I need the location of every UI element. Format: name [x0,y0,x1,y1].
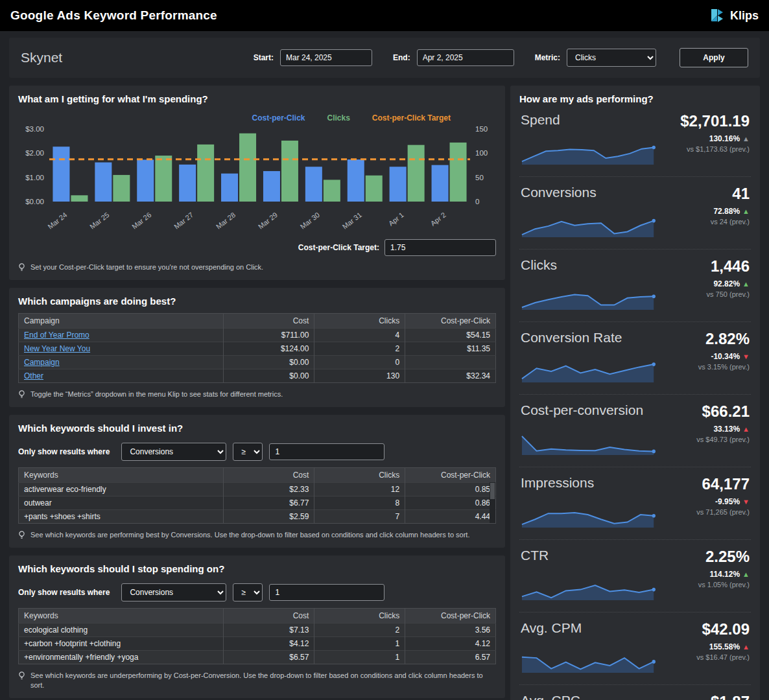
table-cell: $711.00 [224,329,314,342]
metric-change: 155.58% [664,642,750,651]
bar-clicks [324,180,340,202]
metric-change-block: 130.16%vs $1,173.63 (prev.) [664,134,750,168]
metric-card-clicks: Clicks1,44692.82%vs 750 (prev.) [519,250,751,322]
table-cell: New Year New You [19,342,224,356]
invest-filter-row: Only show results where Conversions ≥ [18,443,496,461]
x-axis-label: Mar 28 [215,211,237,231]
column-header-cost-per-click[interactable]: Cost-per-Click [405,609,496,624]
metric-sparkline [521,208,657,240]
keywords-invest-panel: Which keywords should I invest in? Only … [9,415,505,548]
column-header-campaign[interactable]: Campaign [19,314,224,329]
metric-change: 33.13% [664,425,750,434]
bar-clicks [281,141,298,202]
invest-keywords-table: KeywordsCostClicksCost-per-Clickactiverw… [18,467,496,524]
column-header-clicks[interactable]: Clicks [314,468,405,483]
column-header-cost-per-click[interactable]: Cost-per-Click [405,468,496,483]
bar-clicks [366,176,383,202]
data-table: KeywordsCostClicksCost-per-Clickactiverw… [18,467,496,524]
metric-change-block: -10.34%vs 3.15% (prev.) [664,352,750,386]
column-header-cost[interactable]: Cost [224,468,314,483]
column-header-clicks[interactable]: Clicks [314,314,405,329]
metric-label: Metric: [535,53,560,62]
column-header-cost-per-click[interactable]: Cost-per-Click [405,314,496,329]
lightbulb-icon [18,671,25,681]
end-date-input[interactable] [417,49,514,66]
stop-filter-field-select[interactable]: Conversions [121,583,226,601]
metric-card-avg-cpm: Avg. CPM$42.09155.58%vs $16.47 (prev.) [519,612,751,685]
table-cell: 0 [314,356,405,369]
bar-clicks [450,143,467,202]
stop-filter-operator-select[interactable]: ≥ [233,583,263,601]
metric-sparkline [521,281,657,313]
bar-clicks [408,145,425,202]
metric-value: 1,446 [664,257,750,275]
target-row: Cost-per-Click Target: [18,239,496,256]
table-cell: 4.44 [405,510,496,524]
table-row: activerwear eco-friendly$2.33120.85 [19,483,496,496]
metric-name: CTR [521,548,657,563]
x-axis-label: Mar 26 [130,211,152,231]
invest-filter-value-input[interactable] [269,443,384,460]
bar-clicks [71,195,88,202]
campaign-link[interactable]: Other [24,371,43,380]
invest-title: Which keywords should I invest in? [18,423,496,434]
legend-cost-per-click-target[interactable]: Cost-per-Click Target [372,113,451,122]
metric-sparkline [521,426,657,458]
campaign-link[interactable]: End of Year Promo [24,331,89,340]
table-cell: 4 [314,329,405,342]
invest-filter-operator-select[interactable]: ≥ [233,443,263,461]
metric-previous: vs $16.47 (prev.) [664,653,750,661]
stop-filter-value-input[interactable] [269,584,384,601]
metric-value: $42.09 [664,620,750,638]
table-cell [405,356,496,369]
metric-change: -9.95% [664,497,750,506]
metric-value: $66.21 [664,402,750,421]
metric-previous: vs $1,173.63 (prev.) [664,145,750,153]
metric-previous: vs $49.73 (prev.) [664,436,750,443]
legend-clicks[interactable]: Clicks [327,113,350,122]
legend-cost-per-click[interactable]: Cost-per-Click [252,113,305,122]
bar-cost-per-click [305,167,322,202]
bar-cost-per-click [95,163,112,202]
column-header-cost[interactable]: Cost [224,609,314,624]
metric-change-block: 33.13%vs $49.73 (prev.) [664,425,750,458]
apply-button[interactable]: Apply [680,48,748,67]
performance-panel: How are my ads performing? Spend$2,701.1… [510,86,760,700]
campaign-link[interactable]: Campaign [24,358,60,367]
right-column: How are my ads performing? Spend$2,701.1… [510,86,760,700]
column-header-cost[interactable]: Cost [224,314,314,329]
metric-select[interactable]: Clicks [567,49,656,67]
metric-previous: vs 1.05% (prev.) [664,581,750,589]
y-right-tick: 50 [475,174,484,181]
campaign-link[interactable]: New Year New You [24,344,90,353]
invest-filter-field-select[interactable]: Conversions [121,443,226,461]
table-row: +carbon +footprint +clothing$4.1214.12 [19,637,496,651]
bar-cost-per-click [179,165,196,202]
scrollbar-thumb[interactable] [490,483,495,499]
campaigns-table: CampaignCostClicksCost-per-ClickEnd of Y… [18,313,496,383]
column-header-keywords[interactable]: Keywords [19,609,224,624]
lightbulb-icon [18,390,25,399]
column-header-keywords[interactable]: Keywords [19,468,224,483]
table-cell: $7.13 [224,624,314,637]
spending-tip-text: Set your Cost-per-Click target to ensure… [30,262,263,272]
metric-card-avg-cpc: Avg. CPC$1.8719.36%vs $1.57 (prev.) [519,685,751,700]
metric-previous: vs 71,265 (prev.) [664,508,750,516]
table-cell: 12 [314,483,405,496]
metric-previous: vs 24 (prev.) [664,218,750,226]
table-cell: $2.33 [224,483,314,496]
table-scrollbar[interactable] [490,482,495,523]
start-date-input[interactable] [280,49,372,66]
y-left-tick: $2.00 [25,149,44,157]
y-right-tick: 150 [475,125,488,133]
campaigns-title: Which campaigns are doing best? [18,296,496,307]
klips-brand: Klips [709,8,759,23]
target-input[interactable] [384,239,496,256]
bar-clicks [113,175,130,202]
column-header-clicks[interactable]: Clicks [314,609,405,624]
x-axis-label: Mar 25 [88,211,110,231]
x-axis-label: Mar 31 [341,211,363,231]
table-cell: 6.57 [405,651,496,664]
table-cell: ecological clothing [19,624,224,637]
table-cell: 7 [314,510,405,524]
